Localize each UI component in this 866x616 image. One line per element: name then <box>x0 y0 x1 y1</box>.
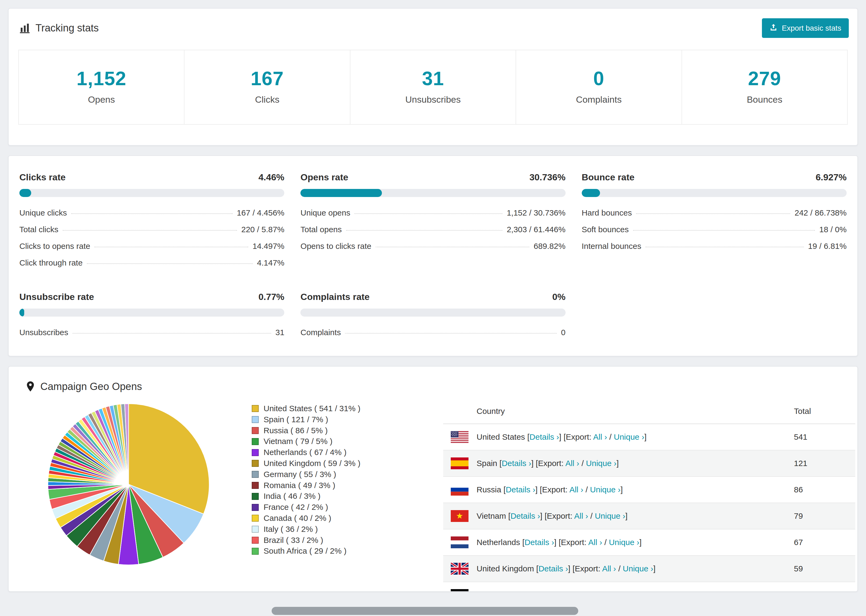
stat-label: Clicks <box>184 94 350 105</box>
table-row-united-states: United States [Details ›] [Export: All ›… <box>443 424 855 451</box>
legend-label: Germany ( 55 / 3% ) <box>264 469 336 480</box>
tracking-stats-card: Tracking stats Export basic stats 1,152O… <box>8 8 858 146</box>
table-row-netherlands: Netherlands [Details ›] [Export: All › /… <box>443 530 855 556</box>
legend-label: Vietnam ( 79 / 5% ) <box>264 436 332 447</box>
page-title: Tracking stats <box>36 22 99 34</box>
rate-detail-row-total-clicks: Total clicks220 / 5.87% <box>19 221 284 238</box>
export-unique-link[interactable]: Unique › <box>623 564 653 573</box>
legend-label: United Kingdom ( 59 / 3% ) <box>264 458 361 469</box>
rates-card: Clicks rate4.46%Unique clicks167 / 4.456… <box>8 156 858 357</box>
geo-body: United States ( 541 / 31% )Spain ( 121 /… <box>9 394 857 592</box>
legend-item-france: France ( 42 / 2% ) <box>252 502 443 513</box>
legend-item-canada: Canada ( 40 / 2% ) <box>252 513 443 524</box>
dotted-leader <box>376 247 529 247</box>
rate-value: 4.46% <box>258 172 284 182</box>
stat-value: 1,152 <box>19 68 184 90</box>
progress-bar-fill <box>301 189 382 197</box>
rate-title: Unsubscribe rate <box>19 292 94 302</box>
legend-label: Russia ( 86 / 5% ) <box>264 425 328 436</box>
geo-pie-chart[interactable] <box>46 402 211 567</box>
table-row-germany: Germany [Details ›] [Export: All › / Uni… <box>443 582 855 592</box>
dotted-leader <box>636 214 790 214</box>
rate-detail-row-click-through-rate: Click through rate4.147% <box>19 255 284 271</box>
export-basic-stats-button[interactable]: Export basic stats <box>762 18 849 38</box>
map-pin-icon <box>26 380 35 392</box>
stat-label: Opens <box>19 94 184 105</box>
export-unique-link[interactable]: Unique › <box>586 459 616 468</box>
rate-value: 30.736% <box>529 172 565 182</box>
export-unique-link[interactable]: Unique › <box>590 485 620 494</box>
export-unique-link[interactable]: Unique › <box>599 591 629 592</box>
rate-value: 0.77% <box>258 292 284 302</box>
rate-head: Complaints rate0% <box>301 292 565 302</box>
horizontal-scrollbar[interactable] <box>272 607 578 615</box>
table-row-russia: Russia [Details ›] [Export: All › / Uniq… <box>443 477 855 503</box>
export-unique-link[interactable]: Unique › <box>595 511 625 520</box>
rate-title: Opens rate <box>301 172 348 182</box>
country-name: Russia <box>477 485 501 494</box>
detail-value: 0 <box>561 328 565 337</box>
legend-swatch <box>252 548 259 555</box>
rate-detail-row-soft-bounces: Soft bounces18 / 0% <box>582 221 847 238</box>
legend-item-india: India ( 46 / 3% ) <box>252 491 443 502</box>
detail-label: Unique opens <box>301 208 350 217</box>
export-all-link[interactable]: All › <box>565 459 579 468</box>
country-cell: Netherlands [Details ›] [Export: All › /… <box>477 538 794 547</box>
legend-item-romania: Romania ( 49 / 3% ) <box>252 480 443 491</box>
legend-label: Romania ( 49 / 3% ) <box>264 480 335 491</box>
geo-opens-table: CountryTotalUnited States [Details ›] [E… <box>443 399 855 592</box>
geo-table-header-row: CountryTotal <box>443 399 855 424</box>
detail-value: 19 / 6.81% <box>808 242 847 251</box>
rate-detail-row-unsubscribes: Unsubscribes31 <box>19 324 284 341</box>
legend-swatch <box>252 526 259 533</box>
detail-value: 1,152 / 30.736% <box>507 208 565 217</box>
detail-value: 18 / 0% <box>819 225 847 234</box>
details-link[interactable]: Details › <box>524 538 554 547</box>
dotted-leader <box>72 333 271 333</box>
legend-item-spain: Spain ( 121 / 7% ) <box>252 414 443 425</box>
stat-label: Complaints <box>516 94 681 105</box>
export-all-link[interactable]: All › <box>593 432 607 441</box>
total-value: 79 <box>794 511 848 520</box>
progress-bar-fill <box>19 189 31 197</box>
detail-label: Opens to clicks rate <box>301 242 371 251</box>
legend-label: Netherlands ( 67 / 4% ) <box>264 447 346 458</box>
country-name: United Kingdom <box>477 564 534 573</box>
details-link[interactable]: Details › <box>505 485 535 494</box>
export-all-link[interactable]: All › <box>569 485 583 494</box>
legend-swatch <box>252 537 259 544</box>
details-link[interactable]: Details › <box>538 564 568 573</box>
rate-title: Bounce rate <box>582 172 635 182</box>
export-all-link[interactable]: All › <box>588 538 602 547</box>
details-link[interactable]: Details › <box>514 591 544 592</box>
details-link[interactable]: Details › <box>502 459 531 468</box>
legend-swatch <box>252 482 259 489</box>
progress-bar <box>582 189 847 197</box>
progress-bar <box>301 189 565 197</box>
flag-vn-icon <box>451 510 469 522</box>
export-all-link[interactable]: All › <box>602 564 616 573</box>
legend-label: South Africa ( 29 / 2% ) <box>264 545 346 556</box>
rate-detail-row-total-opens: Total opens2,303 / 61.446% <box>301 221 565 238</box>
export-all-link[interactable]: All › <box>578 591 592 592</box>
rate-block-bounce-rate: Bounce rate6.927%Hard bounces242 / 86.73… <box>582 172 847 271</box>
export-unique-link[interactable]: Unique › <box>609 538 639 547</box>
dotted-leader <box>87 263 252 264</box>
stat-label: Unsubscribes <box>350 94 516 105</box>
dotted-leader <box>646 247 804 247</box>
geo-title-row: Campaign Geo Opens <box>26 380 142 392</box>
detail-label: Clicks to opens rate <box>19 242 90 251</box>
rate-head: Clicks rate4.46% <box>19 172 284 182</box>
dotted-leader <box>354 214 502 214</box>
details-link[interactable]: Details › <box>529 432 559 441</box>
export-all-link[interactable]: All › <box>574 511 588 520</box>
details-link[interactable]: Details › <box>510 511 540 520</box>
country-cell: United Kingdom [Details ›] [Export: All … <box>477 564 794 573</box>
rate-head: Opens rate30.736% <box>301 172 565 182</box>
country-name: Vietnam <box>477 511 506 520</box>
legend-swatch <box>252 405 259 412</box>
total-value: 86 <box>794 485 848 494</box>
export-unique-link[interactable]: Unique › <box>614 432 644 441</box>
detail-value: 689.82% <box>534 242 565 251</box>
detail-value: 14.497% <box>252 242 284 251</box>
